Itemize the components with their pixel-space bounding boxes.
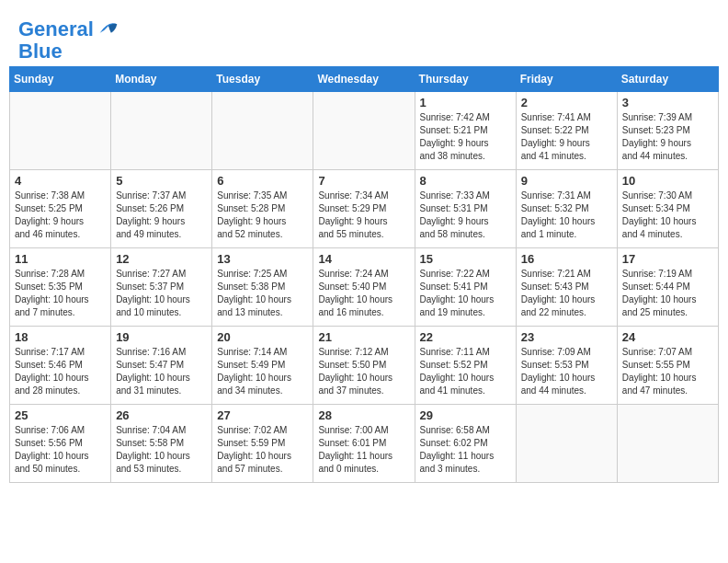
- day-number: 7: [318, 174, 409, 188]
- day-number: 17: [622, 252, 713, 266]
- calendar-header-row: SundayMondayTuesdayWednesdayThursdayFrid…: [10, 67, 719, 92]
- calendar-week-row: 18Sunrise: 7:17 AM Sunset: 5:46 PM Dayli…: [10, 327, 719, 405]
- day-number: 29: [420, 408, 511, 422]
- day-info: Sunrise: 7:39 AM Sunset: 5:23 PM Dayligh…: [622, 111, 713, 163]
- calendar-table: SundayMondayTuesdayWednesdayThursdayFrid…: [9, 66, 719, 483]
- calendar-cell: [111, 92, 212, 170]
- day-number: 21: [318, 330, 409, 344]
- day-number: 28: [318, 408, 409, 422]
- calendar-cell: 4Sunrise: 7:38 AM Sunset: 5:25 PM Daylig…: [10, 170, 111, 248]
- day-number: 22: [420, 330, 511, 344]
- calendar-cell: 8Sunrise: 7:33 AM Sunset: 5:31 PM Daylig…: [415, 170, 516, 248]
- day-number: 4: [15, 174, 106, 188]
- day-of-week-header: Monday: [111, 67, 212, 92]
- calendar-cell: 16Sunrise: 7:21 AM Sunset: 5:43 PM Dayli…: [516, 248, 617, 327]
- day-info: Sunrise: 7:33 AM Sunset: 5:31 PM Dayligh…: [420, 190, 511, 241]
- calendar-week-row: 11Sunrise: 7:28 AM Sunset: 5:35 PM Dayli…: [10, 248, 719, 327]
- day-info: Sunrise: 7:27 AM Sunset: 5:37 PM Dayligh…: [116, 268, 207, 319]
- day-of-week-header: Saturday: [617, 67, 718, 92]
- day-info: Sunrise: 7:07 AM Sunset: 5:55 PM Dayligh…: [622, 346, 713, 397]
- calendar-cell: 3Sunrise: 7:39 AM Sunset: 5:23 PM Daylig…: [617, 92, 718, 170]
- day-info: Sunrise: 7:04 AM Sunset: 5:58 PM Dayligh…: [116, 424, 207, 476]
- calendar-week-row: 1Sunrise: 7:42 AM Sunset: 5:21 PM Daylig…: [10, 92, 719, 170]
- day-info: Sunrise: 7:37 AM Sunset: 5:26 PM Dayligh…: [116, 190, 207, 241]
- calendar-cell: 19Sunrise: 7:16 AM Sunset: 5:47 PM Dayli…: [111, 327, 212, 405]
- day-of-week-header: Tuesday: [212, 67, 313, 92]
- calendar-cell: [617, 405, 718, 483]
- calendar-cell: [10, 92, 111, 170]
- day-number: 2: [521, 96, 612, 109]
- calendar-cell: [516, 405, 617, 483]
- logo: General Blue: [18, 18, 121, 62]
- day-info: Sunrise: 7:14 AM Sunset: 5:49 PM Dayligh…: [217, 346, 308, 397]
- calendar-cell: 13Sunrise: 7:25 AM Sunset: 5:38 PM Dayli…: [212, 248, 313, 327]
- day-number: 13: [217, 252, 308, 266]
- day-number: 10: [622, 174, 713, 188]
- day-info: Sunrise: 7:02 AM Sunset: 5:59 PM Dayligh…: [217, 424, 308, 476]
- calendar-cell: 7Sunrise: 7:34 AM Sunset: 5:29 PM Daylig…: [313, 170, 415, 248]
- calendar-cell: 18Sunrise: 7:17 AM Sunset: 5:46 PM Dayli…: [10, 327, 111, 405]
- day-number: 5: [116, 174, 207, 188]
- logo-blue: Blue: [18, 41, 121, 62]
- day-number: 25: [15, 408, 106, 422]
- day-number: 8: [420, 174, 511, 188]
- calendar-cell: 20Sunrise: 7:14 AM Sunset: 5:49 PM Dayli…: [212, 327, 313, 405]
- day-info: Sunrise: 7:09 AM Sunset: 5:53 PM Dayligh…: [521, 346, 612, 397]
- day-number: 6: [217, 174, 308, 188]
- calendar-cell: 23Sunrise: 7:09 AM Sunset: 5:53 PM Dayli…: [516, 327, 617, 405]
- calendar-cell: 14Sunrise: 7:24 AM Sunset: 5:40 PM Dayli…: [313, 248, 415, 327]
- calendar-cell: 22Sunrise: 7:11 AM Sunset: 5:52 PM Dayli…: [415, 327, 516, 405]
- day-info: Sunrise: 7:19 AM Sunset: 5:44 PM Dayligh…: [622, 268, 713, 319]
- calendar-cell: 26Sunrise: 7:04 AM Sunset: 5:58 PM Dayli…: [111, 405, 212, 483]
- calendar-cell: 2Sunrise: 7:41 AM Sunset: 5:22 PM Daylig…: [516, 92, 617, 170]
- day-info: Sunrise: 7:12 AM Sunset: 5:50 PM Dayligh…: [318, 346, 409, 397]
- calendar-cell: 11Sunrise: 7:28 AM Sunset: 5:35 PM Dayli…: [10, 248, 111, 327]
- day-info: Sunrise: 7:21 AM Sunset: 5:43 PM Dayligh…: [521, 268, 612, 319]
- day-of-week-header: Thursday: [415, 67, 516, 92]
- day-number: 27: [217, 408, 308, 422]
- day-of-week-header: Sunday: [10, 67, 111, 92]
- day-info: Sunrise: 7:17 AM Sunset: 5:46 PM Dayligh…: [15, 346, 106, 397]
- day-number: 23: [521, 330, 612, 344]
- day-info: Sunrise: 7:24 AM Sunset: 5:40 PM Dayligh…: [318, 268, 409, 319]
- calendar-week-row: 25Sunrise: 7:06 AM Sunset: 5:56 PM Dayli…: [10, 405, 719, 483]
- calendar-cell: 17Sunrise: 7:19 AM Sunset: 5:44 PM Dayli…: [617, 248, 718, 327]
- day-info: Sunrise: 7:35 AM Sunset: 5:28 PM Dayligh…: [217, 190, 308, 241]
- calendar-cell: [313, 92, 415, 170]
- day-number: 3: [622, 96, 713, 109]
- day-info: Sunrise: 7:28 AM Sunset: 5:35 PM Dayligh…: [15, 268, 106, 319]
- calendar-cell: 27Sunrise: 7:02 AM Sunset: 5:59 PM Dayli…: [212, 405, 313, 483]
- day-number: 24: [622, 330, 713, 344]
- day-of-week-header: Wednesday: [313, 67, 415, 92]
- day-of-week-header: Friday: [516, 67, 617, 92]
- calendar-cell: 21Sunrise: 7:12 AM Sunset: 5:50 PM Dayli…: [313, 327, 415, 405]
- logo-text: General: [18, 18, 121, 41]
- day-number: 16: [521, 252, 612, 266]
- calendar-cell: 29Sunrise: 6:58 AM Sunset: 6:02 PM Dayli…: [415, 405, 516, 483]
- day-info: Sunrise: 7:31 AM Sunset: 5:32 PM Dayligh…: [521, 190, 612, 241]
- calendar-cell: 25Sunrise: 7:06 AM Sunset: 5:56 PM Dayli…: [10, 405, 111, 483]
- day-number: 9: [521, 174, 612, 188]
- calendar-cell: [212, 92, 313, 170]
- day-number: 15: [420, 252, 511, 266]
- day-number: 14: [318, 252, 409, 266]
- day-info: Sunrise: 7:42 AM Sunset: 5:21 PM Dayligh…: [420, 111, 511, 163]
- calendar-cell: 28Sunrise: 7:00 AM Sunset: 6:01 PM Dayli…: [313, 405, 415, 483]
- day-number: 18: [15, 330, 106, 344]
- calendar-week-row: 4Sunrise: 7:38 AM Sunset: 5:25 PM Daylig…: [10, 170, 719, 248]
- calendar-cell: 9Sunrise: 7:31 AM Sunset: 5:32 PM Daylig…: [516, 170, 617, 248]
- day-info: Sunrise: 7:34 AM Sunset: 5:29 PM Dayligh…: [318, 190, 409, 241]
- day-number: 1: [420, 96, 511, 109]
- day-info: Sunrise: 7:38 AM Sunset: 5:25 PM Dayligh…: [15, 190, 106, 241]
- day-info: Sunrise: 7:16 AM Sunset: 5:47 PM Dayligh…: [116, 346, 207, 397]
- day-info: Sunrise: 7:06 AM Sunset: 5:56 PM Dayligh…: [15, 424, 106, 476]
- calendar-cell: 15Sunrise: 7:22 AM Sunset: 5:41 PM Dayli…: [415, 248, 516, 327]
- day-number: 20: [217, 330, 308, 344]
- day-info: Sunrise: 7:41 AM Sunset: 5:22 PM Dayligh…: [521, 111, 612, 163]
- day-info: Sunrise: 7:25 AM Sunset: 5:38 PM Dayligh…: [217, 268, 308, 319]
- day-number: 26: [116, 408, 207, 422]
- calendar-cell: 10Sunrise: 7:30 AM Sunset: 5:34 PM Dayli…: [617, 170, 718, 248]
- calendar-cell: 1Sunrise: 7:42 AM Sunset: 5:21 PM Daylig…: [415, 92, 516, 170]
- page-header: General Blue: [9, 9, 719, 66]
- day-info: Sunrise: 7:11 AM Sunset: 5:52 PM Dayligh…: [420, 346, 511, 397]
